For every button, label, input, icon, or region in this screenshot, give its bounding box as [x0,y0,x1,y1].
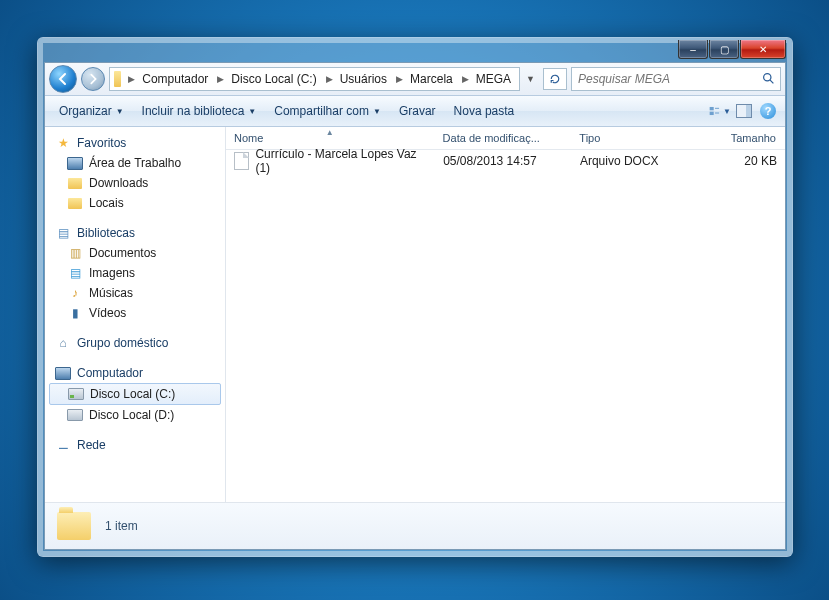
back-button[interactable] [49,65,77,93]
preview-pane-button[interactable] [733,100,755,122]
downloads-icon [67,175,83,191]
chevron-right-icon[interactable]: ▶ [323,74,336,84]
chevron-right-icon[interactable]: ▶ [459,74,472,84]
sidebar-item-homegroup[interactable]: ⌂ Grupo doméstico [45,333,225,353]
breadcrumb-segment[interactable]: Usuários [336,68,393,90]
star-icon: ★ [55,135,71,151]
breadcrumb[interactable]: ▶ Computador ▶ Disco Local (C:) ▶ Usuári… [109,67,520,91]
breadcrumb-label: Disco Local (C:) [231,72,316,86]
file-date: 05/08/2013 14:57 [443,154,536,168]
breadcrumb-label: Marcela [410,72,453,86]
sidebar-item-recent[interactable]: Locais [45,193,225,213]
forward-button[interactable] [81,67,105,91]
chevron-down-icon: ▼ [116,107,124,116]
sidebar-label: Área de Trabalho [89,156,181,170]
file-size: 20 KB [744,154,777,168]
svg-rect-7 [746,105,751,117]
button-label: Compartilhar com [274,104,369,118]
file-name-cell: Currículo - Marcela Lopes Vaz (1) [226,150,435,172]
sidebar-label: Bibliotecas [77,226,135,240]
share-with-button[interactable]: Compartilhar com▼ [266,100,389,122]
organize-button[interactable]: Organizar▼ [51,100,132,122]
refresh-icon [549,73,561,85]
breadcrumb-segment[interactable]: MEGA [472,68,517,90]
chevron-down-icon[interactable]: ▼ [524,74,537,84]
breadcrumb-label: Usuários [340,72,387,86]
sidebar-label: Downloads [89,176,148,190]
explorer-body: ★ Favoritos Área de Trabalho Downloads L… [45,127,785,502]
chevron-right-icon[interactable]: ▶ [214,74,227,84]
sidebar-item-desktop[interactable]: Área de Trabalho [45,153,225,173]
close-button[interactable]: ✕ [740,40,786,59]
sidebar-label: Disco Local (D:) [89,408,174,422]
new-folder-button[interactable]: Nova pasta [446,100,523,122]
svg-rect-3 [710,112,714,115]
sidebar-label: Documentos [89,246,156,260]
details-pane: 1 item [45,502,785,549]
maximize-icon: ▢ [720,44,729,55]
titlebar[interactable]: – ▢ ✕ [44,44,786,64]
desktop-icon [67,155,83,171]
homegroup-group: ⌂ Grupo doméstico [45,333,225,353]
sidebar-item-libraries[interactable]: ▤ Bibliotecas [45,223,225,243]
button-label: Organizar [59,104,112,118]
sidebar-item-downloads[interactable]: Downloads [45,173,225,193]
chevron-down-icon: ▼ [248,107,256,116]
column-header-type[interactable]: Tipo [571,127,684,149]
chevron-right-icon[interactable]: ▶ [393,74,406,84]
help-button[interactable]: ? [757,100,779,122]
view-icon [709,104,721,118]
sidebar-item-videos[interactable]: ▮Vídeos [45,303,225,323]
sidebar-item-drive-c[interactable]: Disco Local (C:) [49,383,221,405]
breadcrumb-segment[interactable]: Marcela [406,68,459,90]
sidebar-item-favorites[interactable]: ★ Favoritos [45,133,225,153]
folder-icon [57,512,91,540]
search-icon [762,72,776,86]
file-list: Nome ▲ Data de modificaç... Tipo Tamanho… [226,127,785,502]
music-icon: ♪ [67,285,83,301]
search-input[interactable] [576,71,762,87]
videos-icon: ▮ [67,305,83,321]
pane-icon [736,104,752,118]
document-icon [234,152,249,170]
navigation-pane[interactable]: ★ Favoritos Área de Trabalho Downloads L… [45,127,226,502]
sidebar-label: Grupo doméstico [77,336,168,350]
chevron-down-icon: ▼ [373,107,381,116]
sidebar-label: Rede [77,438,106,452]
column-header-name[interactable]: Nome ▲ [226,127,435,149]
arrow-left-icon [56,72,70,86]
sidebar-item-drive-d[interactable]: Disco Local (D:) [45,405,225,425]
documents-icon: ▥ [67,245,83,261]
libraries-icon: ▤ [55,225,71,241]
sidebar-item-music[interactable]: ♪Músicas [45,283,225,303]
svg-point-0 [764,74,771,81]
sidebar-label: Disco Local (C:) [90,387,175,401]
include-in-library-button[interactable]: Incluir na biblioteca▼ [134,100,265,122]
sidebar-item-documents[interactable]: ▥Documentos [45,243,225,263]
sidebar-item-network[interactable]: ⚊ Rede [45,435,225,455]
breadcrumb-segment[interactable]: Disco Local (C:) [227,68,322,90]
libraries-group: ▤ Bibliotecas ▥Documentos ▤Imagens ♪Músi… [45,223,225,323]
minimize-button[interactable]: – [678,40,708,59]
sidebar-item-computer[interactable]: Computador [45,363,225,383]
svg-line-1 [770,80,773,83]
chevron-right-icon[interactable]: ▶ [125,74,138,84]
search-box[interactable] [571,67,781,91]
sidebar-label: Vídeos [89,306,126,320]
column-label: Nome [234,132,263,144]
column-header-date[interactable]: Data de modificaç... [435,127,572,149]
computer-icon [55,365,71,381]
window-content: ▶ Computador ▶ Disco Local (C:) ▶ Usuári… [44,62,786,550]
refresh-button[interactable] [543,68,567,90]
view-options-button[interactable]: ▼ [709,100,731,122]
file-row[interactable]: Currículo - Marcela Lopes Vaz (1) 05/08/… [226,150,785,172]
column-header-size[interactable]: Tamanho [684,127,785,149]
column-label: Tamanho [731,132,776,144]
sidebar-label: Imagens [89,266,135,280]
burn-button[interactable]: Gravar [391,100,444,122]
sidebar-item-pictures[interactable]: ▤Imagens [45,263,225,283]
window-controls: – ▢ ✕ [677,40,786,59]
toolbar: Organizar▼ Incluir na biblioteca▼ Compar… [45,96,785,127]
breadcrumb-segment[interactable]: Computador [138,68,214,90]
maximize-button[interactable]: ▢ [709,40,739,59]
